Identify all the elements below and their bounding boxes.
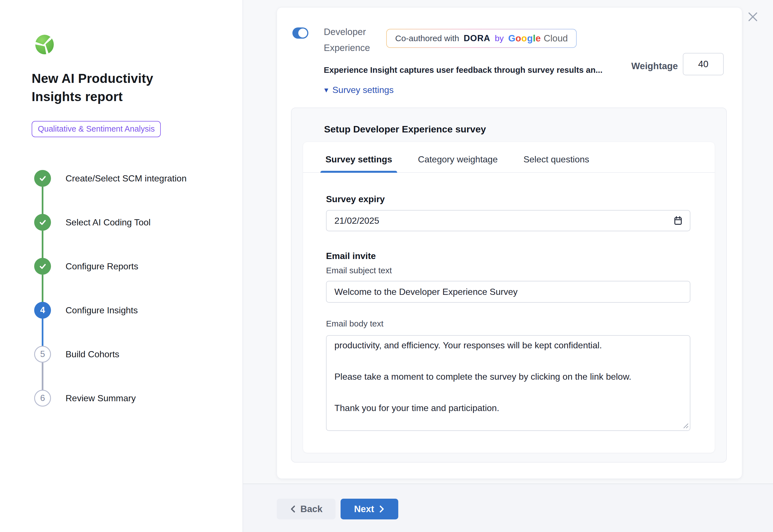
step-circle-2[interactable] (34, 214, 51, 231)
step-number: 4 (40, 305, 45, 315)
insight-config-panel: Developer Experience Co-authored with DO… (277, 7, 742, 479)
wizard-stepper: Create/Select SCM integration Select AI … (34, 170, 230, 422)
survey-tabbar: Survey settings Category weightage Selec… (303, 142, 715, 173)
email-body-wrap: productivity, and efficiency. Your respo… (326, 335, 690, 431)
email-subject-input[interactable] (326, 281, 690, 303)
calendar-icon[interactable] (674, 216, 683, 225)
next-button-label: Next (354, 504, 374, 514)
weightage-label: Weightage (631, 61, 678, 71)
tab-category-weightage[interactable]: Category weightage (413, 154, 503, 172)
step-label-configure-insights[interactable]: Configure Insights (66, 305, 138, 316)
email-body-textarea[interactable]: productivity, and efficiency. Your respo… (326, 335, 690, 431)
close-icon (747, 11, 759, 23)
coauthored-dora-badge: Co-authored with DORA by Google Cloud (386, 29, 577, 48)
step-circle-3[interactable] (34, 258, 51, 275)
survey-setup-card: Setup Developer Experience survey Survey… (291, 108, 727, 463)
google-letter: e (535, 33, 541, 43)
stepper-connector (42, 187, 43, 214)
survey-settings-link-label: Survey settings (332, 85, 394, 95)
weightage-input[interactable] (683, 53, 724, 75)
stepper-connector (42, 231, 43, 258)
email-invite-label: Email invite (326, 251, 690, 261)
tab-select-questions[interactable]: Select questions (518, 154, 594, 172)
sidebar-divider (243, 0, 243, 532)
survey-settings-collapse-link[interactable]: ▼ Survey settings (323, 85, 394, 95)
step-number: 5 (40, 349, 45, 359)
insight-description: Experience Insight captures user feedbac… (324, 65, 602, 75)
step-circle-4[interactable]: 4 (34, 302, 51, 319)
google-letter: o (521, 33, 527, 43)
google-letter: g (527, 33, 533, 43)
step-label-ai-coding-tool[interactable]: Select AI Coding Tool (66, 217, 151, 228)
insight-name: Developer Experience (324, 24, 388, 56)
step-label-review-summary[interactable]: Review Summary (66, 393, 136, 404)
check-icon (38, 262, 47, 271)
report-type-badge: Qualitative & Sentiment Analysis (32, 121, 161, 137)
back-button-label: Back (301, 504, 323, 514)
google-letter: o (516, 33, 521, 43)
stepper-connector (42, 275, 43, 302)
step-label-scm-integration[interactable]: Create/Select SCM integration (66, 173, 187, 184)
email-body-label: Email body text (326, 319, 690, 328)
developer-experience-toggle[interactable] (292, 27, 308, 39)
step-circle-6[interactable]: 6 (34, 390, 51, 407)
google-letter: l (533, 33, 536, 43)
chevron-right-icon (378, 505, 385, 513)
check-icon (38, 174, 47, 183)
email-subject-label: Email subject text (326, 266, 690, 275)
wizard-sidebar: New AI Productivity Insights report Qual… (0, 0, 243, 532)
step-circle-1[interactable] (34, 170, 51, 187)
chevron-left-icon (290, 505, 297, 513)
triangle-down-icon: ▼ (323, 87, 330, 94)
badge-prefix: Co-authored with (395, 34, 459, 43)
stepper-connector (42, 319, 43, 346)
survey-expiry-value: 21/02/2025 (334, 216, 379, 226)
check-icon (38, 218, 47, 227)
cloud-label: Cloud (544, 33, 568, 44)
next-button[interactable]: Next (341, 499, 398, 519)
resize-handle-icon[interactable] (683, 423, 689, 429)
stepper-connector (42, 363, 43, 390)
dora-logo: DORA (464, 33, 490, 43)
step-number: 6 (40, 393, 45, 403)
badge-by: by (495, 34, 504, 43)
step-label-configure-reports[interactable]: Configure Reports (66, 261, 138, 272)
google-logo: Google (508, 33, 541, 44)
close-button[interactable] (746, 10, 760, 24)
survey-tab-panel: Survey settings Category weightage Selec… (303, 142, 715, 453)
toggle-knob (298, 29, 307, 38)
app-window: New AI Productivity Insights report Qual… (0, 0, 773, 532)
tab-survey-settings[interactable]: Survey settings (320, 154, 397, 172)
survey-expiry-label: Survey expiry (326, 194, 690, 204)
google-letter: G (508, 33, 515, 43)
survey-expiry-date-input[interactable]: 21/02/2025 (326, 210, 690, 231)
back-button[interactable]: Back (277, 499, 336, 519)
step-label-build-cohorts[interactable]: Build Cohorts (66, 349, 119, 360)
survey-setup-title: Setup Developer Experience survey (324, 124, 486, 135)
propeller-icon (34, 34, 55, 55)
page-title: New AI Productivity Insights report (32, 69, 200, 106)
step-circle-5[interactable]: 5 (34, 346, 51, 363)
survey-settings-form: Survey expiry 21/02/2025 Email invite Em… (303, 173, 715, 431)
